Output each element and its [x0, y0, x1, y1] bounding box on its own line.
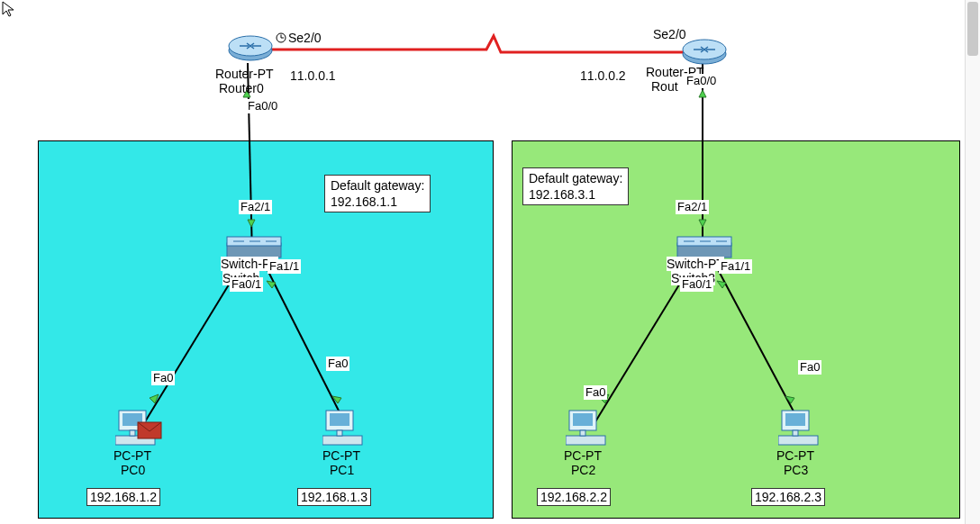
- switch3-port-b: Fa1/1: [719, 259, 752, 274]
- pc0-ip: 192.168.1.2: [86, 488, 160, 506]
- pc2-icon[interactable]: [566, 409, 609, 447]
- clock-icon: [276, 32, 286, 43]
- pc3-icon[interactable]: [778, 409, 821, 447]
- router0-icon[interactable]: [227, 32, 274, 63]
- switch3-port-a: Fa0/1: [680, 277, 713, 292]
- svg-rect-43: [337, 430, 342, 436]
- switch3-uplink-port: Fa2/1: [676, 200, 709, 214]
- gateway-right-line1: Default gateway:: [529, 170, 622, 186]
- router0-serial-ip: 11.0.0.1: [290, 68, 336, 83]
- router1-serial-ip: 11.0.0.2: [580, 68, 626, 83]
- svg-rect-42: [322, 436, 362, 445]
- router1-icon[interactable]: [681, 36, 728, 67]
- pc1-type: PC-PT: [322, 448, 360, 463]
- pc1-name: PC1: [330, 463, 354, 477]
- router0-name: Router0: [219, 81, 264, 95]
- router1-lan-port: Fa0/0: [685, 74, 718, 88]
- router0-lan-port: Fa0/0: [246, 99, 279, 113]
- svg-rect-41: [330, 413, 349, 426]
- svg-rect-49: [785, 413, 805, 426]
- scrollbar-thumb[interactable]: [967, 2, 978, 56]
- pc3-type: PC-PT: [776, 448, 814, 463]
- gateway-right-line2: 192.168.3.1: [529, 186, 622, 203]
- svg-rect-46: [566, 436, 605, 445]
- pc3-ip: 192.168.2.3: [751, 488, 825, 506]
- pc2-name: PC2: [571, 463, 595, 477]
- gateway-left-line2: 192.168.1.1: [331, 194, 424, 210]
- envelope-icon[interactable]: [137, 421, 162, 439]
- pc3-name: PC3: [784, 463, 808, 477]
- pc1-icon[interactable]: [322, 409, 366, 447]
- switch0-port-a: Fa0/1: [230, 277, 263, 292]
- svg-rect-38: [130, 430, 135, 436]
- pc1-ip: 192.168.1.3: [297, 488, 371, 506]
- svg-rect-45: [573, 413, 593, 426]
- pc2-port: Fa0: [584, 385, 607, 400]
- svg-marker-4: [699, 90, 706, 97]
- switch0-port-b: Fa1/1: [268, 259, 301, 274]
- svg-rect-50: [778, 436, 818, 445]
- switch3-type: Switch-PT: [667, 257, 724, 271]
- gateway-left-line1: Default gateway:: [331, 177, 424, 194]
- pc0-name: PC0: [121, 463, 145, 477]
- gateway-right: Default gateway: 192.168.3.1: [522, 167, 629, 205]
- serial-link: [258, 36, 685, 52]
- pc0-type: PC-PT: [113, 448, 151, 463]
- pc2-ip: 192.168.2.2: [537, 488, 611, 506]
- vertical-scrollbar[interactable]: [965, 0, 980, 524]
- router1-name-shown: Rout: [651, 79, 678, 94]
- workspace[interactable]: Se2/0 Router-PT Router0 11.0.0.1 Fa0/0 S…: [0, 0, 980, 524]
- router0-type: Router-PT: [215, 67, 274, 81]
- router1-serial-port: Se2/0: [653, 27, 686, 41]
- pc3-port: Fa0: [798, 360, 821, 375]
- svg-rect-47: [580, 430, 585, 436]
- cursor-icon: [0, 0, 18, 18]
- router0-serial-port: Se2/0: [288, 31, 322, 45]
- svg-rect-51: [793, 430, 798, 436]
- pc0-port: Fa0: [151, 371, 175, 385]
- pc1-port: Fa0: [326, 357, 349, 371]
- gateway-left: Default gateway: 192.168.1.1: [324, 175, 431, 212]
- pc2-type: PC-PT: [564, 448, 602, 463]
- switch0-uplink-port: Fa2/1: [239, 200, 272, 214]
